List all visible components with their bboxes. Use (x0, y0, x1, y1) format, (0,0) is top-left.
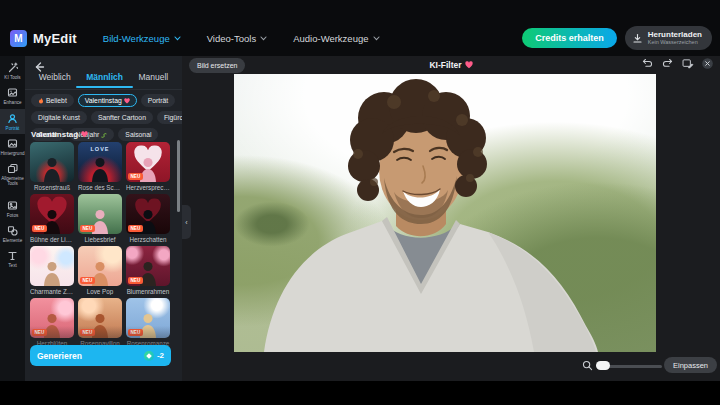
section-title-text: Valentinstag (31, 130, 78, 139)
style-thumbnail-image: NEU (126, 246, 170, 286)
main-nav: Bild-WerkzeugeVideo-ToolsAudio-Werkzeuge (103, 33, 380, 44)
chevron-down-icon (260, 36, 267, 41)
nav-video-tools[interactable]: Video-Tools (207, 33, 267, 44)
style-thumbnail-image (30, 142, 74, 182)
style-thumbnail[interactable]: Rosenstrauß (30, 142, 74, 191)
style-thumbnail-label: Liebesbrief (78, 236, 122, 243)
zoom-icon (582, 360, 593, 371)
rail-item-allgemeine-tools[interactable]: Allgemeine Tools (0, 159, 25, 190)
panel-collapse-handle[interactable]: ‹ (182, 205, 191, 239)
rail-item-porträt[interactable]: Porträt (0, 109, 25, 134)
fit-button[interactable]: Einpassen (664, 357, 717, 373)
chip-label: Saisonal (125, 131, 151, 138)
top-bar: M MyEdit Bild-WerkzeugeVideo-ToolsAudio-… (0, 0, 720, 56)
style-thumbnail[interactable]: NEUHerzschatten (126, 194, 170, 243)
tab-weiblich[interactable]: Weiblich (39, 72, 71, 88)
undo-icon[interactable] (641, 57, 654, 70)
chip-label: Sanfter Cartoon (98, 114, 146, 121)
new-badge: NEU (80, 329, 95, 336)
rail-item-enhance[interactable]: Enhance (0, 83, 25, 108)
section-title: Valentinstag (31, 130, 88, 139)
rail-item-label: Elemente (3, 238, 22, 243)
style-thumbnail[interactable]: Charmante Zeich.. (30, 246, 74, 295)
canvas-title-text: KI-Filter (429, 60, 461, 70)
generate-cost: -2 (157, 351, 164, 360)
rail-item-fotos[interactable]: Fotos (0, 196, 25, 221)
style-thumbnail-image: LOVE (78, 142, 122, 182)
generate-label: Generieren (37, 351, 82, 361)
chip-saisonal[interactable]: Saisonal (118, 128, 158, 141)
style-thumbnail-label: Love Pop (78, 288, 122, 295)
download-button-label: Herunterladen (648, 30, 702, 39)
rail-item-label: Fotos (7, 213, 19, 218)
style-thumbnail-label: Blumenrahmen (126, 288, 170, 295)
get-credits-button[interactable]: Credits erhalten (522, 28, 617, 48)
close-icon[interactable] (701, 57, 714, 70)
chip-valentinstag[interactable]: Valentinstag (78, 94, 137, 107)
style-thumbnail-label: Herzversprechen (126, 184, 170, 191)
style-panel: WeiblichMännlichManuell BeliebtValentins… (25, 56, 182, 381)
chip-beliebt[interactable]: Beliebt (31, 94, 74, 107)
nav-label: Video-Tools (207, 33, 256, 44)
style-thumbnail-image: NEU (78, 298, 122, 338)
tab-manuell[interactable]: Manuell (138, 72, 168, 88)
rail-item-elemente[interactable]: Elemente (0, 221, 25, 246)
style-thumbnail-label: Rosenstrauß (30, 184, 74, 191)
style-thumbnail[interactable]: NEUBlumenrahmen (126, 246, 170, 295)
heart-icon (81, 131, 88, 138)
canvas-title: KI-Filter (182, 60, 720, 70)
chip-label: Figürchen (164, 114, 182, 121)
new-badge: NEU (32, 329, 47, 336)
snake-icon (101, 132, 107, 138)
wand-icon (7, 62, 18, 73)
export-image-icon[interactable] (681, 57, 694, 70)
rail-item-label: Hintergrund (0, 151, 24, 156)
chip-figürchen[interactable]: Figürchen (157, 111, 182, 124)
photo-preview[interactable] (234, 74, 656, 352)
style-thumbnail[interactable]: NEUHerzversprechen (126, 142, 170, 191)
style-thumbnail-image: NEU (30, 194, 74, 234)
style-thumbnail[interactable]: NEUHerzblüten (30, 298, 74, 347)
chevron-down-icon (373, 36, 380, 41)
new-badge: NEU (128, 277, 143, 284)
redo-icon[interactable] (661, 57, 674, 70)
photo-icon (7, 200, 18, 211)
zoom-slider-handle[interactable] (596, 361, 610, 370)
shapes-icon (7, 225, 18, 236)
background-icon (7, 138, 18, 149)
layers-icon (7, 163, 18, 174)
tool-rail: KI ToolsEnhancePorträtHintergrundAllgeme… (0, 56, 25, 381)
style-thumbnail-label: Bühne der Liebe (30, 236, 74, 243)
chevron-down-icon (174, 36, 181, 41)
style-thumbnail[interactable]: NEURosenpavillon (78, 298, 122, 347)
tabs-divider (25, 89, 182, 90)
rail-item-text[interactable]: Text (0, 246, 25, 271)
style-grid: RosenstraußLOVERose des Schicks..NEUHerz… (30, 142, 170, 347)
editor-canvas: Bild ersetzen KI-Filter (182, 56, 720, 381)
chip-label: Valentinstag (85, 97, 122, 104)
style-thumbnail[interactable]: NEUBühne der Liebe (30, 194, 74, 243)
style-thumbnail[interactable]: LOVERose des Schicks.. (78, 142, 122, 191)
rail-item-label: Enhance (3, 100, 21, 105)
generate-button[interactable]: Generieren -2 (30, 345, 171, 366)
rail-item-hintergrund[interactable]: Hintergrund (0, 134, 25, 159)
download-button-sublabel: Kein Wasserzeichen (648, 39, 702, 45)
rail-item-label: Allgemeine Tools (0, 176, 25, 187)
style-thumbnail[interactable]: NEULove Pop (78, 246, 122, 295)
nav-audio-werkzeuge[interactable]: Audio-Werkzeuge (293, 33, 379, 44)
style-thumbnail-label: Charmante Zeich.. (30, 288, 74, 295)
myedit-logo[interactable]: M MyEdit (10, 30, 77, 47)
style-thumbnail[interactable]: NEULiebesbrief (78, 194, 122, 243)
style-thumbnail[interactable]: NEURosenromanze (126, 298, 170, 347)
style-thumbnail-image: NEU (126, 194, 170, 234)
chip-digitale-kunst[interactable]: Digitale Kunst (31, 111, 87, 124)
tab-männlich[interactable]: Männlich (86, 72, 123, 88)
download-button[interactable]: Herunterladen Kein Wasserzeichen (625, 26, 712, 50)
new-badge: NEU (80, 277, 95, 284)
new-badge: NEU (128, 329, 143, 336)
chip-porträt[interactable]: Porträt (141, 94, 175, 107)
nav-bild-werkzeuge[interactable]: Bild-Werkzeuge (103, 33, 181, 44)
panel-scrollbar[interactable] (177, 140, 180, 212)
chip-sanfter-cartoon[interactable]: Sanfter Cartoon (91, 111, 153, 124)
rail-item-ki-tools[interactable]: KI Tools (0, 58, 25, 83)
